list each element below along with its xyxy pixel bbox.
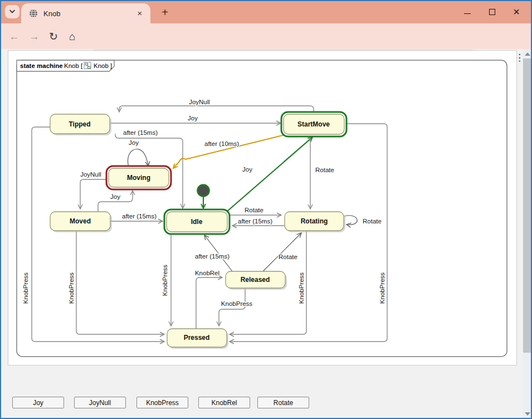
chevron-down-icon xyxy=(9,9,16,14)
close-button[interactable]: × xyxy=(504,3,529,21)
tab-knob[interactable]: Knob × xyxy=(21,3,150,23)
vertical-scrollbar[interactable] xyxy=(523,49,532,419)
tab-title: Knob xyxy=(43,9,135,18)
event-button-knobpress[interactable]: KnobPress xyxy=(136,397,188,408)
event-button-joy[interactable]: Joy xyxy=(12,397,64,408)
new-tab-button[interactable]: + xyxy=(157,4,173,20)
scrollbar-thumb[interactable] xyxy=(523,59,531,353)
forward-button[interactable]: → xyxy=(29,31,40,42)
tab-strip: Knob × + × xyxy=(0,0,532,23)
event-button-knobrel[interactable]: KnobRel xyxy=(198,397,250,408)
tab-close-icon[interactable]: × xyxy=(135,8,145,18)
browser-window: Knob × + × ← → ↻ ⌂ ☆ xyxy=(0,0,532,419)
window-controls: × xyxy=(455,0,529,23)
maximize-button[interactable] xyxy=(480,3,504,21)
scroll-down-arrow-icon[interactable] xyxy=(525,412,530,416)
tab-search-button[interactable] xyxy=(5,5,19,18)
back-button[interactable]: ← xyxy=(9,31,19,42)
globe-icon xyxy=(29,9,38,18)
minimize-icon xyxy=(464,13,471,14)
scroll-up-arrow-icon[interactable] xyxy=(525,52,530,56)
event-button-joynull[interactable]: JoyNull xyxy=(74,397,126,408)
toolbar: ← → ↻ ⌂ ☆ ⋮ xyxy=(0,23,532,49)
page-canvas xyxy=(8,50,517,366)
minimize-button[interactable] xyxy=(455,3,480,21)
home-button[interactable]: ⌂ xyxy=(69,31,75,42)
maximize-icon xyxy=(489,9,495,15)
event-button-rotate[interactable]: Rotate xyxy=(257,397,309,408)
reload-button[interactable]: ↻ xyxy=(49,31,58,42)
